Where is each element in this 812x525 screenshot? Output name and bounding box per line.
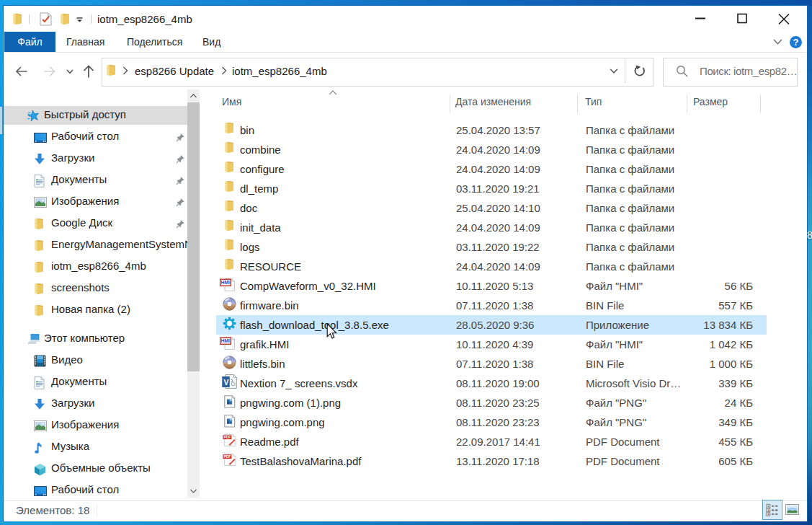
svg-text:HMI: HMI (220, 280, 229, 285)
svg-text:PDF: PDF (223, 454, 231, 459)
svg-text:HMI: HMI (220, 338, 229, 343)
svg-text:V: V (224, 378, 229, 386)
svg-text:PDF: PDF (223, 435, 231, 439)
